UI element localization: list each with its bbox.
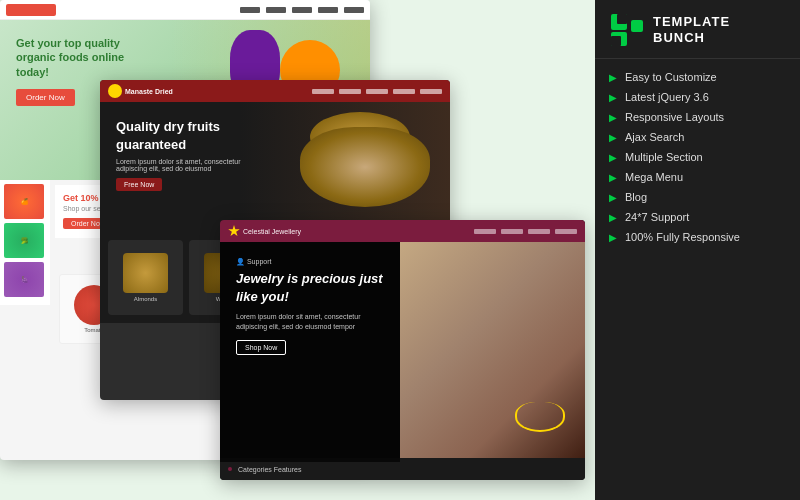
jewelry-logo-icon	[228, 225, 240, 237]
svg-rect-4	[631, 20, 643, 32]
nav3-link	[528, 229, 550, 234]
right-panel: TEMPLATE BUNCH ▶Easy to Customize▶Latest…	[595, 0, 800, 500]
nav3-links	[474, 229, 577, 234]
arrow-icon-easy-customize: ▶	[609, 72, 617, 83]
cat-dot	[228, 467, 232, 471]
templatebunch-logo-icon	[609, 12, 645, 48]
jewelry-model	[400, 242, 585, 462]
jewelry-logo: Celestial Jewellery	[228, 225, 301, 237]
nav-link	[292, 7, 312, 13]
feature-support: ▶24*7 Support	[609, 211, 786, 223]
jewelry-necklace	[515, 402, 565, 432]
svg-rect-3	[611, 36, 621, 46]
brand-title: TEMPLATE	[653, 14, 730, 30]
organic-logo	[6, 4, 56, 16]
brand-header: TEMPLATE BUNCH	[595, 0, 800, 59]
nav3-link	[501, 229, 523, 234]
organic-order-btn[interactable]: Order Now	[16, 89, 75, 106]
organic-hero-text: Get your top quality organic foods onlin…	[16, 36, 136, 79]
dryfruits-logo: Manaste Dried	[108, 84, 173, 98]
side-item-fruits: 🍊	[4, 184, 44, 219]
features-list: ▶Easy to Customize▶Latest jQuery 3.6▶Res…	[595, 59, 800, 500]
side-item-veggies: 🥦	[4, 223, 44, 258]
arrow-icon-ajax: ▶	[609, 132, 617, 143]
arrow-icon-blog: ▶	[609, 192, 617, 203]
arrow-icon-responsive: ▶	[609, 112, 617, 123]
dryfruits-logo-icon	[108, 84, 122, 98]
arrow-icon-mega-menu: ▶	[609, 172, 617, 183]
categories-label: Categories Features	[238, 466, 301, 473]
feature-mega-menu: ▶Mega Menu	[609, 171, 786, 183]
feature-ajax: ▶Ajax Search	[609, 131, 786, 143]
nav2-link	[420, 89, 442, 94]
arrow-icon-fully-responsive: ▶	[609, 232, 617, 243]
nav-link	[266, 7, 286, 13]
feature-responsive: ▶Responsive Layouts	[609, 111, 786, 123]
brand-subtitle-text: BUNCH	[653, 30, 730, 46]
dryfruits-hero-title: Quality dry fruits guaranteed	[116, 118, 246, 154]
feature-multiple-section: ▶Multiple Section	[609, 151, 786, 163]
mockup-jewelry: Celestial Jewellery 👤 Support Jewelry is…	[220, 220, 585, 480]
feature-text-responsive: Responsive Layouts	[625, 111, 724, 123]
side-item-berries: 🍇	[4, 262, 44, 297]
nav-link	[240, 7, 260, 13]
nav3-link	[555, 229, 577, 234]
jewelry-hero-title: Jewelry is precious just like you!	[236, 270, 384, 306]
feature-fully-responsive: ▶100% Fully Responsive	[609, 231, 786, 243]
nav2-link	[312, 89, 334, 94]
jewelry-btn[interactable]: Shop Now	[236, 340, 286, 355]
dryfruits-bowl	[290, 107, 440, 227]
nav-dryfruits: Manaste Dried	[100, 80, 450, 102]
dryfruits-hero: Quality dry fruits guaranteed Lorem ipsu…	[100, 102, 450, 232]
left-panel: Get your top quality organic foods onlin…	[0, 0, 595, 500]
nav-links-organic	[240, 7, 364, 13]
feature-text-fully-responsive: 100% Fully Responsive	[625, 231, 740, 243]
side-strip: 🍊 🥦 🍇	[0, 180, 50, 305]
nav3-link	[474, 229, 496, 234]
dryfruits-logo-text: Manaste Dried	[125, 88, 173, 95]
nav-link	[318, 7, 338, 13]
feature-text-multiple-section: Multiple Section	[625, 151, 703, 163]
nav-jewelry: Celestial Jewellery	[220, 220, 585, 242]
feature-text-support: 24*7 Support	[625, 211, 689, 223]
feature-jquery: ▶Latest jQuery 3.6	[609, 91, 786, 103]
feature-text-mega-menu: Mega Menu	[625, 171, 683, 183]
nav-organic	[0, 0, 370, 20]
prod2-almonds: Almonds	[108, 240, 183, 315]
nav2-links	[312, 89, 442, 94]
jewelry-hero-subtitle: Lorem ipsum dolor sit amet, consectetur …	[236, 312, 384, 332]
feature-text-easy-customize: Easy to Customize	[625, 71, 717, 83]
svg-rect-1	[617, 14, 627, 24]
brand-name-block: TEMPLATE BUNCH	[653, 14, 730, 45]
jewelry-support: 👤 Support	[236, 258, 384, 266]
arrow-icon-jquery: ▶	[609, 92, 617, 103]
arrow-icon-support: ▶	[609, 212, 617, 223]
jewelry-hero-content: 👤 Support Jewelry is precious just like …	[220, 242, 400, 462]
prod2-name: Almonds	[134, 296, 157, 302]
jewelry-logo-text: Celestial Jewellery	[243, 228, 301, 235]
feature-text-ajax: Ajax Search	[625, 131, 684, 143]
nav-link	[344, 7, 364, 13]
nav2-link	[393, 89, 415, 94]
brand-logo	[609, 12, 645, 48]
model-face	[400, 242, 585, 462]
jewelry-hero: 👤 Support Jewelry is precious just like …	[220, 242, 585, 462]
dryfruits-hero-subtitle: Lorem ipsum dolor sit amet, consectetur …	[116, 158, 246, 172]
nav2-link	[339, 89, 361, 94]
feature-blog: ▶Blog	[609, 191, 786, 203]
bowl-shape	[300, 127, 430, 207]
arrow-icon-multiple-section: ▶	[609, 152, 617, 163]
nav2-link	[366, 89, 388, 94]
feature-easy-customize: ▶Easy to Customize	[609, 71, 786, 83]
feature-text-blog: Blog	[625, 191, 647, 203]
feature-text-jquery: Latest jQuery 3.6	[625, 91, 709, 103]
dryfruits-btn[interactable]: Free Now	[116, 178, 162, 191]
